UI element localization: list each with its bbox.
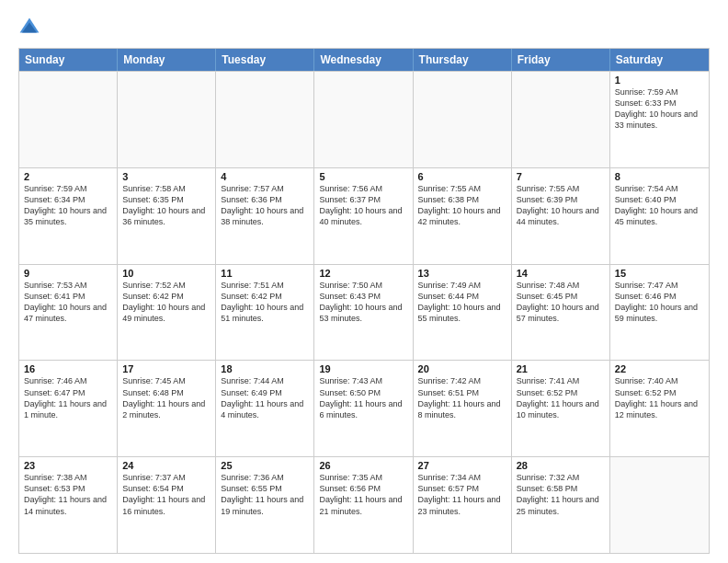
calendar-cell: 25Sunrise: 7:36 AM Sunset: 6:55 PM Dayli… (216, 457, 314, 553)
day-number: 12 (319, 268, 407, 279)
cell-info: Sunrise: 7:57 AM Sunset: 6:36 PM Dayligh… (221, 183, 309, 228)
day-number: 26 (319, 460, 407, 471)
day-number: 9 (24, 268, 112, 279)
calendar-cell (216, 72, 314, 167)
calendar-cell: 16Sunrise: 7:46 AM Sunset: 6:47 PM Dayli… (19, 361, 118, 456)
cell-info: Sunrise: 7:42 AM Sunset: 6:51 PM Dayligh… (418, 375, 506, 420)
cell-info: Sunrise: 7:48 AM Sunset: 6:45 PM Dayligh… (517, 280, 605, 325)
cell-info: Sunrise: 7:45 AM Sunset: 6:48 PM Dayligh… (122, 375, 210, 420)
calendar-cell: 20Sunrise: 7:42 AM Sunset: 6:51 PM Dayli… (414, 361, 512, 456)
cell-info: Sunrise: 7:54 AM Sunset: 6:40 PM Dayligh… (615, 183, 704, 228)
calendar-cell (414, 72, 512, 167)
cell-info: Sunrise: 7:52 AM Sunset: 6:42 PM Dayligh… (122, 280, 210, 325)
day-number: 11 (221, 268, 309, 279)
calendar-cell: 14Sunrise: 7:48 AM Sunset: 6:45 PM Dayli… (512, 265, 610, 361)
calendar: SundayMondayTuesdayWednesdayThursdayFrid… (18, 48, 710, 554)
calendar-cell: 27Sunrise: 7:34 AM Sunset: 6:57 PM Dayli… (414, 457, 512, 553)
header-day-saturday: Saturday (610, 49, 709, 71)
cell-info: Sunrise: 7:36 AM Sunset: 6:55 PM Dayligh… (221, 472, 309, 517)
cell-info: Sunrise: 7:50 AM Sunset: 6:43 PM Dayligh… (319, 280, 407, 325)
logo-icon (18, 17, 40, 39)
calendar-row-2: 9Sunrise: 7:53 AM Sunset: 6:41 PM Daylig… (19, 264, 709, 361)
calendar-cell (118, 72, 216, 167)
day-number: 18 (221, 363, 309, 374)
calendar-cell: 18Sunrise: 7:44 AM Sunset: 6:49 PM Dayli… (216, 361, 314, 456)
day-number: 24 (122, 460, 210, 471)
day-number: 23 (24, 460, 112, 471)
day-number: 6 (418, 171, 506, 182)
calendar-cell: 12Sunrise: 7:50 AM Sunset: 6:43 PM Dayli… (314, 265, 413, 361)
cell-info: Sunrise: 7:46 AM Sunset: 6:47 PM Dayligh… (24, 375, 112, 420)
calendar-cell: 7Sunrise: 7:55 AM Sunset: 6:39 PM Daylig… (512, 168, 610, 264)
day-number: 22 (615, 363, 704, 374)
day-number: 25 (221, 460, 309, 471)
calendar-cell: 3Sunrise: 7:58 AM Sunset: 6:35 PM Daylig… (118, 168, 216, 264)
header (18, 17, 710, 39)
day-number: 28 (517, 460, 605, 471)
calendar-cell (19, 72, 118, 167)
logo (18, 17, 44, 39)
calendar-row-0: 1Sunrise: 7:59 AM Sunset: 6:33 PM Daylig… (19, 71, 709, 167)
day-number: 17 (122, 363, 210, 374)
calendar-row-1: 2Sunrise: 7:59 AM Sunset: 6:34 PM Daylig… (19, 167, 709, 264)
calendar-row-3: 16Sunrise: 7:46 AM Sunset: 6:47 PM Dayli… (19, 360, 709, 456)
calendar-body: 1Sunrise: 7:59 AM Sunset: 6:33 PM Daylig… (19, 71, 709, 553)
header-day-monday: Monday (118, 49, 216, 71)
header-day-tuesday: Tuesday (216, 49, 314, 71)
calendar-cell: 11Sunrise: 7:51 AM Sunset: 6:42 PM Dayli… (216, 265, 314, 361)
calendar-cell: 26Sunrise: 7:35 AM Sunset: 6:56 PM Dayli… (314, 457, 413, 553)
cell-info: Sunrise: 7:35 AM Sunset: 6:56 PM Dayligh… (319, 472, 407, 517)
calendar-cell (512, 72, 610, 167)
header-day-thursday: Thursday (414, 49, 512, 71)
day-number: 10 (122, 268, 210, 279)
day-number: 14 (517, 268, 605, 279)
day-number: 7 (517, 171, 605, 182)
header-day-sunday: Sunday (19, 49, 118, 71)
day-number: 3 (122, 171, 210, 182)
calendar-cell: 4Sunrise: 7:57 AM Sunset: 6:36 PM Daylig… (216, 168, 314, 264)
calendar-cell: 15Sunrise: 7:47 AM Sunset: 6:46 PM Dayli… (610, 265, 709, 361)
calendar-cell: 9Sunrise: 7:53 AM Sunset: 6:41 PM Daylig… (19, 265, 118, 361)
cell-info: Sunrise: 7:59 AM Sunset: 6:33 PM Dayligh… (615, 86, 704, 132)
calendar-cell (314, 72, 413, 167)
calendar-cell: 17Sunrise: 7:45 AM Sunset: 6:48 PM Dayli… (118, 361, 216, 456)
cell-info: Sunrise: 7:40 AM Sunset: 6:52 PM Dayligh… (615, 375, 704, 420)
page: SundayMondayTuesdayWednesdayThursdayFrid… (0, 0, 728, 563)
calendar-cell: 21Sunrise: 7:41 AM Sunset: 6:52 PM Dayli… (512, 361, 610, 456)
cell-info: Sunrise: 7:49 AM Sunset: 6:44 PM Dayligh… (418, 280, 506, 325)
calendar-cell: 22Sunrise: 7:40 AM Sunset: 6:52 PM Dayli… (610, 361, 709, 456)
cell-info: Sunrise: 7:59 AM Sunset: 6:34 PM Dayligh… (24, 183, 112, 228)
day-number: 4 (221, 171, 309, 182)
day-number: 21 (517, 363, 605, 374)
day-number: 5 (319, 171, 407, 182)
calendar-cell: 1Sunrise: 7:59 AM Sunset: 6:33 PM Daylig… (610, 72, 709, 167)
cell-info: Sunrise: 7:34 AM Sunset: 6:57 PM Dayligh… (418, 472, 506, 517)
day-number: 19 (319, 363, 407, 374)
cell-info: Sunrise: 7:43 AM Sunset: 6:50 PM Dayligh… (319, 375, 407, 420)
calendar-cell: 28Sunrise: 7:32 AM Sunset: 6:58 PM Dayli… (512, 457, 610, 553)
cell-info: Sunrise: 7:56 AM Sunset: 6:37 PM Dayligh… (319, 183, 407, 228)
cell-info: Sunrise: 7:37 AM Sunset: 6:54 PM Dayligh… (122, 472, 210, 517)
calendar-cell (610, 457, 709, 553)
day-number: 1 (615, 75, 704, 86)
cell-info: Sunrise: 7:55 AM Sunset: 6:38 PM Dayligh… (418, 183, 506, 228)
cell-info: Sunrise: 7:47 AM Sunset: 6:46 PM Dayligh… (615, 280, 704, 325)
header-day-wednesday: Wednesday (314, 49, 413, 71)
calendar-header: SundayMondayTuesdayWednesdayThursdayFrid… (19, 49, 709, 71)
calendar-cell: 23Sunrise: 7:38 AM Sunset: 6:53 PM Dayli… (19, 457, 118, 553)
calendar-cell: 2Sunrise: 7:59 AM Sunset: 6:34 PM Daylig… (19, 168, 118, 264)
calendar-cell: 5Sunrise: 7:56 AM Sunset: 6:37 PM Daylig… (314, 168, 413, 264)
cell-info: Sunrise: 7:58 AM Sunset: 6:35 PM Dayligh… (122, 183, 210, 228)
cell-info: Sunrise: 7:53 AM Sunset: 6:41 PM Dayligh… (24, 280, 112, 325)
cell-info: Sunrise: 7:32 AM Sunset: 6:58 PM Dayligh… (517, 472, 605, 517)
day-number: 2 (24, 171, 112, 182)
calendar-cell: 6Sunrise: 7:55 AM Sunset: 6:38 PM Daylig… (414, 168, 512, 264)
calendar-cell: 19Sunrise: 7:43 AM Sunset: 6:50 PM Dayli… (314, 361, 413, 456)
calendar-cell: 8Sunrise: 7:54 AM Sunset: 6:40 PM Daylig… (610, 168, 709, 264)
calendar-cell: 10Sunrise: 7:52 AM Sunset: 6:42 PM Dayli… (118, 265, 216, 361)
calendar-cell: 24Sunrise: 7:37 AM Sunset: 6:54 PM Dayli… (118, 457, 216, 553)
day-number: 13 (418, 268, 506, 279)
calendar-cell: 13Sunrise: 7:49 AM Sunset: 6:44 PM Dayli… (414, 265, 512, 361)
day-number: 27 (418, 460, 506, 471)
day-number: 20 (418, 363, 506, 374)
